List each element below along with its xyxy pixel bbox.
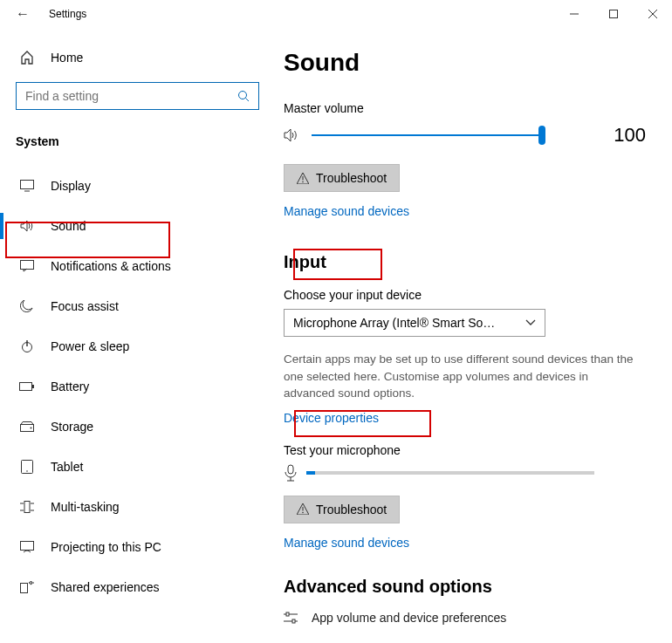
select-value: Microphone Array (Intel® Smart So…	[293, 316, 525, 330]
input-device-select[interactable]: Microphone Array (Intel® Smart So…	[284, 309, 545, 337]
maximize-button[interactable]	[593, 0, 633, 28]
search-field[interactable]	[25, 89, 237, 103]
master-volume-label: Master volume	[284, 101, 646, 115]
sidebar-item-display[interactable]: Display	[16, 166, 259, 206]
chevron-down-icon	[525, 319, 536, 326]
mic-level-bar	[306, 471, 594, 475]
nav-label: Multi-tasking	[51, 500, 120, 514]
svg-rect-19	[24, 502, 30, 513]
svg-rect-6	[21, 181, 34, 189]
choose-input-label: Choose your input device	[284, 288, 646, 302]
input-helper-text: Certain apps may be set up to use differ…	[284, 351, 637, 402]
warning-icon	[297, 503, 309, 515]
content-pane: Sound Master volume 100 Troubleshoot Man…	[275, 28, 672, 643]
manage-sound-devices-input-link[interactable]: Manage sound devices	[284, 536, 409, 550]
power-icon	[19, 340, 35, 352]
notifications-icon	[19, 260, 35, 272]
projecting-icon	[19, 541, 35, 553]
page-title: Sound	[284, 49, 646, 77]
app-volume-preferences-row[interactable]: App volume and device preferences	[284, 611, 646, 625]
nav-label: Notifications & actions	[51, 259, 171, 273]
svg-point-4	[239, 92, 247, 99]
shared-icon	[19, 581, 35, 593]
focus-assist-icon	[19, 300, 35, 312]
close-button[interactable]	[633, 0, 672, 28]
window-controls	[554, 0, 672, 28]
window-title: Settings	[49, 8, 86, 20]
svg-rect-11	[20, 383, 32, 391]
battery-icon	[19, 382, 35, 391]
sidebar-item-battery[interactable]: Battery	[16, 366, 259, 407]
svg-rect-23	[21, 584, 28, 593]
nav-label: Tablet	[51, 460, 83, 474]
microphone-icon	[284, 464, 298, 482]
sliders-icon	[284, 612, 298, 624]
sidebar-item-tablet[interactable]: Tablet	[16, 447, 259, 487]
nav-label: Shared experiences	[51, 580, 160, 594]
minimize-button[interactable]	[554, 0, 593, 28]
button-label: Troubleshoot	[316, 503, 387, 516]
troubleshoot-output-button[interactable]: Troubleshoot	[284, 164, 400, 192]
sidebar-item-power-sleep[interactable]: Power & sleep	[16, 326, 259, 366]
volume-slider[interactable]	[312, 134, 542, 136]
warning-icon	[297, 173, 309, 184]
nav-label: Battery	[51, 380, 89, 393]
svg-point-26	[302, 181, 304, 182]
sidebar: Home System Display Sound	[0, 28, 275, 643]
nav-label: Focus assist	[51, 299, 119, 313]
sidebar-item-shared-experiences[interactable]: Shared experiences	[16, 567, 259, 607]
svg-point-14	[31, 428, 32, 429]
sidebar-item-sound[interactable]: Sound	[16, 206, 259, 246]
device-properties-link[interactable]: Device properties	[284, 411, 379, 425]
sidebar-item-multitasking[interactable]: Multi-tasking	[16, 487, 259, 527]
slider-thumb[interactable]	[538, 126, 545, 145]
nav-label: Power & sleep	[51, 339, 129, 353]
input-section-title: Input	[284, 252, 326, 272]
volume-icon	[284, 128, 301, 142]
search-icon	[237, 90, 250, 102]
cutoff-label: App volume and device preferences	[312, 611, 506, 625]
button-label: Troubleshoot	[316, 171, 387, 185]
manage-sound-devices-output-link[interactable]: Manage sound devices	[284, 204, 409, 218]
back-icon[interactable]: ←	[16, 6, 30, 22]
test-mic-label: Test your microphone	[284, 443, 646, 457]
tablet-icon	[19, 460, 35, 474]
display-icon	[19, 180, 35, 192]
home-label: Home	[51, 51, 83, 65]
search-input[interactable]	[16, 82, 259, 110]
sidebar-item-home[interactable]: Home	[16, 42, 259, 73]
sidebar-item-notifications[interactable]: Notifications & actions	[16, 246, 259, 286]
sidebar-nav: Display Sound Notifications & actions Fo…	[16, 166, 259, 607]
home-icon	[19, 51, 35, 65]
storage-icon	[19, 421, 35, 432]
svg-line-5	[246, 99, 250, 102]
svg-point-31	[302, 512, 304, 514]
troubleshoot-input-button[interactable]: Troubleshoot	[284, 496, 400, 523]
svg-rect-12	[32, 385, 34, 388]
svg-rect-22	[21, 542, 34, 551]
sidebar-item-focus-assist[interactable]: Focus assist	[16, 286, 259, 326]
nav-label: Sound	[51, 219, 86, 233]
nav-label: Storage	[51, 420, 93, 434]
svg-point-16	[26, 470, 28, 472]
sidebar-section-title: System	[16, 134, 259, 148]
nav-label: Projecting to this PC	[51, 540, 161, 554]
multitasking-icon	[19, 501, 35, 513]
svg-rect-35	[292, 619, 295, 623]
volume-value: 100	[614, 124, 646, 147]
svg-rect-8	[21, 261, 34, 270]
sidebar-item-storage[interactable]: Storage	[16, 407, 259, 447]
svg-rect-33	[286, 612, 289, 616]
sidebar-item-projecting[interactable]: Projecting to this PC	[16, 527, 259, 567]
svg-rect-1	[609, 10, 617, 18]
titlebar: ← Settings	[0, 0, 672, 28]
svg-rect-27	[288, 465, 293, 474]
nav-label: Display	[51, 179, 91, 193]
sound-icon	[19, 220, 35, 232]
advanced-section-title: Advanced sound options	[284, 577, 492, 597]
